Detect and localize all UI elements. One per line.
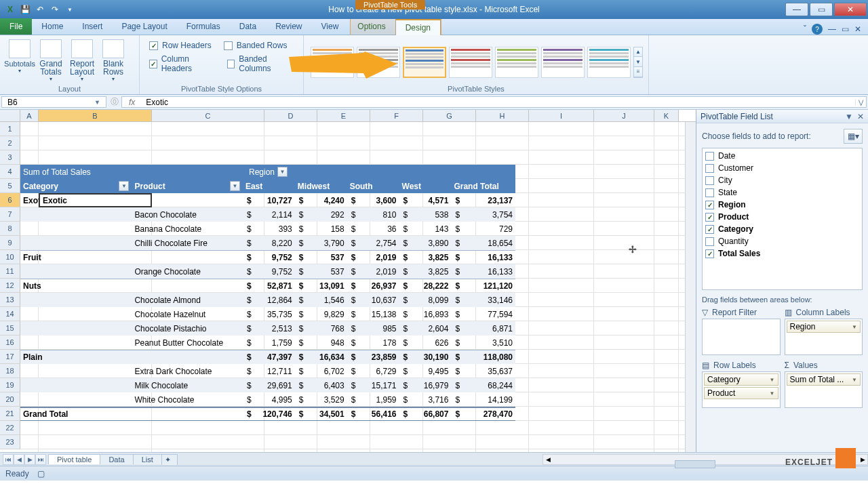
col-header-J[interactable]: J bbox=[594, 110, 654, 121]
workbook-restore-icon[interactable]: ▭ bbox=[842, 24, 849, 34]
sheet-nav[interactable]: ⏮ ◀ ▶ ⏭ bbox=[0, 454, 49, 465]
row-header-22[interactable]: 22 bbox=[0, 421, 20, 435]
field-region[interactable]: ✓Region bbox=[704, 199, 861, 211]
area-column-labels[interactable]: Region▼ bbox=[785, 319, 863, 355]
col-header-E[interactable]: E bbox=[317, 110, 370, 121]
tab-review[interactable]: Review bbox=[266, 18, 311, 35]
formula-input[interactable]: fx Exotic ⋁ bbox=[121, 96, 867, 108]
style-swatch[interactable] bbox=[495, 47, 538, 78]
redo-icon[interactable]: ↷ bbox=[49, 3, 61, 16]
row-header-13[interactable]: 13 bbox=[0, 293, 20, 307]
col-header-I[interactable]: I bbox=[529, 110, 594, 121]
tab-page-layout[interactable]: Page Layout bbox=[112, 18, 176, 35]
tab-formulas[interactable]: Formulas bbox=[177, 18, 230, 35]
row-header-2[interactable]: 2 bbox=[0, 136, 20, 150]
blank-rows-button[interactable]: Blank Rows▾ bbox=[98, 37, 129, 85]
col-header-H[interactable]: H bbox=[476, 110, 529, 121]
nav-last-icon[interactable]: ⏭ bbox=[35, 454, 46, 465]
row-header-9[interactable]: 9 bbox=[0, 236, 20, 250]
row-header-21[interactable]: 21 bbox=[0, 407, 20, 421]
workbook-close-icon[interactable]: ✕ bbox=[854, 24, 861, 34]
area-values[interactable]: Sum of Total ...▼ bbox=[785, 371, 863, 408]
tab-design[interactable]: Design bbox=[395, 19, 441, 35]
style-swatch[interactable] bbox=[587, 47, 631, 78]
banded-rows-checkbox[interactable]: Banded Rows bbox=[224, 41, 288, 50]
horizontal-scrollbar[interactable]: ◀ ▶ bbox=[542, 454, 868, 465]
style-swatch-selected[interactable] bbox=[403, 47, 446, 78]
row-header-7[interactable]: 7 bbox=[0, 207, 20, 222]
save-icon[interactable]: 💾 bbox=[19, 3, 31, 16]
sheet-tab-list[interactable]: List bbox=[133, 454, 162, 464]
col-header-C[interactable]: C bbox=[152, 110, 264, 121]
col-header-B[interactable]: B bbox=[39, 110, 152, 121]
nav-next-icon[interactable]: ▶ bbox=[24, 454, 35, 465]
field-quantity[interactable]: Quantity bbox=[704, 235, 861, 247]
qat-dropdown-icon[interactable]: ▼ bbox=[64, 3, 76, 16]
area-row-labels[interactable]: Category▼ Product▼ bbox=[702, 371, 781, 408]
field-state[interactable]: State bbox=[704, 186, 861, 199]
field-product[interactable]: ✓Product bbox=[704, 211, 861, 223]
row-header-6[interactable]: 6 bbox=[0, 193, 20, 207]
field-list-layout-button[interactable]: ▦▾ bbox=[844, 129, 863, 144]
row-header-15[interactable]: 15 bbox=[0, 321, 20, 336]
row-header-19[interactable]: 19 bbox=[0, 378, 20, 392]
grand-totals-button[interactable]: Grand Totals▾ bbox=[35, 37, 66, 85]
nav-first-icon[interactable]: ⏮ bbox=[3, 454, 14, 465]
col-header-D[interactable]: D bbox=[264, 110, 317, 121]
tab-home[interactable]: Home bbox=[32, 18, 73, 35]
gallery-scroll[interactable]: ▲▼≡ bbox=[633, 47, 643, 78]
tab-insert[interactable]: Insert bbox=[73, 18, 112, 35]
close-button[interactable]: ✕ bbox=[834, 3, 867, 16]
field-category[interactable]: ✓Category bbox=[704, 223, 861, 235]
macro-record-icon[interactable]: ▢ bbox=[37, 469, 45, 479]
styles-gallery[interactable]: ▲▼≡ bbox=[308, 37, 644, 85]
row-header-16[interactable]: 16 bbox=[0, 336, 20, 350]
style-swatch[interactable] bbox=[357, 47, 400, 78]
workbook-minimize-icon[interactable]: — bbox=[828, 24, 836, 34]
row-header-1[interactable]: 1 bbox=[0, 122, 20, 136]
row-header-12[interactable]: 12 bbox=[0, 279, 20, 293]
nav-prev-icon[interactable]: ◀ bbox=[14, 454, 24, 465]
chip-sum-total[interactable]: Sum of Total ...▼ bbox=[787, 373, 861, 386]
minimize-button[interactable]: — bbox=[785, 3, 808, 16]
select-all-corner[interactable] bbox=[0, 110, 20, 121]
sheet-tab-data[interactable]: Data bbox=[100, 454, 133, 464]
field-customer[interactable]: Customer bbox=[704, 162, 861, 174]
style-swatch[interactable] bbox=[449, 47, 492, 78]
style-swatch[interactable] bbox=[541, 47, 585, 78]
chip-product[interactable]: Product▼ bbox=[704, 387, 778, 399]
row-header-23[interactable]: 23 bbox=[0, 435, 20, 449]
undo-icon[interactable]: ↶ bbox=[34, 3, 46, 16]
row-header-18[interactable]: 18 bbox=[0, 364, 20, 378]
style-swatch[interactable] bbox=[311, 47, 354, 78]
field-total-sales[interactable]: ✓Total Sales bbox=[704, 247, 861, 260]
fields-box[interactable]: DateCustomerCityState✓Region✓Product✓Cat… bbox=[702, 148, 863, 290]
row-header-3[interactable]: 3 bbox=[0, 150, 20, 165]
minimize-ribbon-icon[interactable]: ˇ bbox=[804, 24, 806, 34]
sheet-tab-pivot[interactable]: Pivot table bbox=[48, 454, 100, 464]
fx-icon[interactable]: fx bbox=[122, 98, 142, 107]
row-headers[interactable]: 1234567891011121314151617181920212223 bbox=[0, 122, 20, 449]
new-sheet-button[interactable]: ✦ bbox=[161, 454, 178, 465]
row-header-10[interactable]: 10 bbox=[0, 250, 20, 264]
help-icon[interactable]: ? bbox=[812, 24, 823, 35]
row-headers-checkbox[interactable]: ✓Row Headers bbox=[149, 41, 212, 50]
row-header-14[interactable]: 14 bbox=[0, 307, 20, 321]
chip-category[interactable]: Category▼ bbox=[704, 373, 778, 386]
field-date[interactable]: Date bbox=[704, 150, 861, 162]
subtotals-button[interactable]: Subtotals▾ bbox=[4, 37, 35, 85]
chip-region[interactable]: Region▼ bbox=[787, 321, 861, 333]
row-header-5[interactable]: 5 bbox=[0, 179, 20, 193]
report-layout-button[interactable]: Report Layout▾ bbox=[66, 37, 98, 85]
field-list-dropdown-icon[interactable]: ▼ bbox=[845, 112, 853, 121]
row-header-8[interactable]: 8 bbox=[0, 222, 20, 236]
tab-options[interactable]: Options bbox=[348, 18, 395, 35]
banded-columns-checkbox[interactable]: Banded Columns bbox=[227, 54, 294, 73]
row-header-17[interactable]: 17 bbox=[0, 350, 20, 364]
tab-view[interactable]: View bbox=[312, 18, 349, 35]
name-box[interactable]: B6▼ bbox=[1, 96, 106, 108]
vertical-scrollbar[interactable] bbox=[685, 122, 696, 452]
active-cell[interactable]: Exotic bbox=[39, 193, 152, 207]
tab-data[interactable]: Data bbox=[230, 18, 266, 35]
row-header-11[interactable]: 11 bbox=[0, 264, 20, 279]
